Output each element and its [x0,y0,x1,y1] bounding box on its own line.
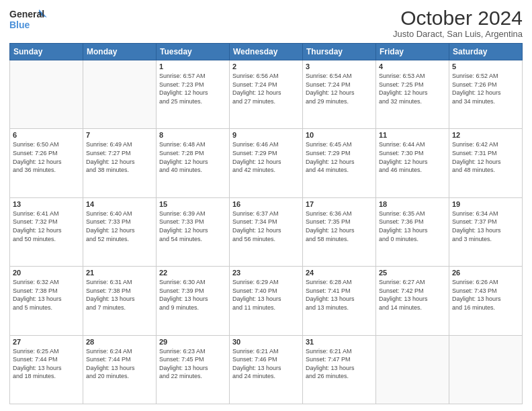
day-cell: 24Sunrise: 6:28 AM Sunset: 7:41 PM Dayli… [303,267,376,335]
calendar-header: Sunday Monday Tuesday Wednesday Thursday… [10,44,523,60]
day-info: Sunrise: 6:28 AM Sunset: 7:41 PM Dayligh… [306,278,373,312]
day-info: Sunrise: 6:39 AM Sunset: 7:33 PM Dayligh… [159,210,226,243]
day-cell: 29Sunrise: 6:23 AM Sunset: 7:45 PM Dayli… [157,335,230,404]
day-number: 23 [232,269,300,277]
week-row-2: 6Sunrise: 6:50 AM Sunset: 7:26 PM Daylig… [10,129,523,197]
day-info: Sunrise: 6:54 AM Sunset: 7:24 PM Dayligh… [306,72,373,105]
day-info: Sunrise: 6:21 AM Sunset: 7:47 PM Dayligh… [306,347,373,381]
day-cell: 23Sunrise: 6:29 AM Sunset: 7:40 PM Dayli… [230,267,303,335]
day-cell: 22Sunrise: 6:30 AM Sunset: 7:39 PM Dayli… [157,267,230,335]
week-row-5: 27Sunrise: 6:25 AM Sunset: 7:44 PM Dayli… [10,335,523,404]
day-cell: 18Sunrise: 6:35 AM Sunset: 7:36 PM Dayli… [376,197,449,266]
day-cell: 3Sunrise: 6:54 AM Sunset: 7:24 PM Daylig… [303,60,376,129]
day-number: 29 [159,338,226,346]
day-cell: 21Sunrise: 6:31 AM Sunset: 7:38 PM Dayli… [83,267,157,335]
day-info: Sunrise: 6:26 AM Sunset: 7:43 PM Dayligh… [452,278,519,312]
day-cell: 14Sunrise: 6:40 AM Sunset: 7:33 PM Dayli… [83,197,157,266]
day-info: Sunrise: 6:42 AM Sunset: 7:31 PM Dayligh… [452,140,519,174]
page: GeneralBlue October 2024 Justo Daract, S… [0,0,532,411]
col-monday: Monday [83,44,157,60]
day-number: 9 [232,131,300,139]
calendar-body: 1Sunrise: 6:57 AM Sunset: 7:23 PM Daylig… [10,60,523,404]
day-number: 15 [159,200,226,208]
day-number: 17 [306,200,373,208]
day-cell: 13Sunrise: 6:41 AM Sunset: 7:32 PM Dayli… [10,197,83,266]
main-title: October 2024 [393,7,523,29]
day-cell: 6Sunrise: 6:50 AM Sunset: 7:26 PM Daylig… [10,129,83,197]
day-number: 7 [86,131,153,139]
day-info: Sunrise: 6:36 AM Sunset: 7:35 PM Dayligh… [306,210,373,243]
day-number: 4 [379,62,446,71]
day-number: 16 [232,200,300,208]
day-number: 24 [306,269,373,277]
day-info: Sunrise: 6:53 AM Sunset: 7:25 PM Dayligh… [379,72,446,105]
day-cell: 26Sunrise: 6:26 AM Sunset: 7:43 PM Dayli… [449,267,523,335]
col-sunday: Sunday [10,44,83,60]
col-wednesday: Wednesday [230,44,303,60]
day-cell: 12Sunrise: 6:42 AM Sunset: 7:31 PM Dayli… [449,129,523,197]
day-cell: 17Sunrise: 6:36 AM Sunset: 7:35 PM Dayli… [303,197,376,266]
day-number: 31 [306,338,373,346]
day-cell [83,60,157,129]
day-cell: 8Sunrise: 6:48 AM Sunset: 7:28 PM Daylig… [157,129,230,197]
day-number: 13 [13,200,80,208]
day-info: Sunrise: 6:32 AM Sunset: 7:38 PM Dayligh… [13,278,80,312]
day-number: 27 [13,338,80,346]
svg-text:General: General [9,9,44,19]
day-number: 18 [379,200,446,208]
day-info: Sunrise: 6:41 AM Sunset: 7:32 PM Dayligh… [13,210,80,243]
day-number: 20 [13,269,80,277]
day-number: 28 [86,338,153,346]
day-number: 22 [159,269,226,277]
day-cell: 27Sunrise: 6:25 AM Sunset: 7:44 PM Dayli… [10,335,83,404]
day-number: 21 [86,269,153,277]
day-cell [376,335,449,404]
day-number: 10 [306,131,373,139]
day-info: Sunrise: 6:48 AM Sunset: 7:28 PM Dayligh… [159,140,226,174]
day-cell: 28Sunrise: 6:24 AM Sunset: 7:44 PM Dayli… [83,335,157,404]
day-number: 5 [452,62,519,71]
day-info: Sunrise: 6:45 AM Sunset: 7:29 PM Dayligh… [306,140,373,174]
day-info: Sunrise: 6:50 AM Sunset: 7:26 PM Dayligh… [13,140,80,174]
week-row-1: 1Sunrise: 6:57 AM Sunset: 7:23 PM Daylig… [10,60,523,129]
day-cell [10,60,83,129]
day-number: 11 [379,131,446,139]
day-cell: 25Sunrise: 6:27 AM Sunset: 7:42 PM Dayli… [376,267,449,335]
day-info: Sunrise: 6:29 AM Sunset: 7:40 PM Dayligh… [232,278,300,312]
day-number: 6 [13,131,80,139]
day-info: Sunrise: 6:37 AM Sunset: 7:34 PM Dayligh… [232,210,300,243]
header: GeneralBlue October 2024 Justo Daract, S… [9,7,523,39]
day-info: Sunrise: 6:31 AM Sunset: 7:38 PM Dayligh… [86,278,153,312]
day-cell: 4Sunrise: 6:53 AM Sunset: 7:25 PM Daylig… [376,60,449,129]
day-cell: 15Sunrise: 6:39 AM Sunset: 7:33 PM Dayli… [157,197,230,266]
day-cell: 1Sunrise: 6:57 AM Sunset: 7:23 PM Daylig… [157,60,230,129]
day-cell: 9Sunrise: 6:46 AM Sunset: 7:29 PM Daylig… [230,129,303,197]
day-number: 30 [232,338,300,346]
day-info: Sunrise: 6:25 AM Sunset: 7:44 PM Dayligh… [13,347,80,381]
day-cell: 10Sunrise: 6:45 AM Sunset: 7:29 PM Dayli… [303,129,376,197]
day-number: 2 [232,62,300,71]
day-info: Sunrise: 6:49 AM Sunset: 7:27 PM Dayligh… [86,140,153,174]
day-cell: 20Sunrise: 6:32 AM Sunset: 7:38 PM Dayli… [10,267,83,335]
day-info: Sunrise: 6:24 AM Sunset: 7:44 PM Dayligh… [86,347,153,381]
col-thursday: Thursday [303,44,376,60]
day-info: Sunrise: 6:56 AM Sunset: 7:24 PM Dayligh… [232,72,300,105]
day-number: 19 [452,200,519,208]
day-info: Sunrise: 6:30 AM Sunset: 7:39 PM Dayligh… [159,278,226,312]
day-number: 25 [379,269,446,277]
day-info: Sunrise: 6:57 AM Sunset: 7:23 PM Dayligh… [159,72,226,105]
day-number: 8 [159,131,226,139]
subtitle: Justo Daract, San Luis, Argentina [393,29,523,39]
week-row-4: 20Sunrise: 6:32 AM Sunset: 7:38 PM Dayli… [10,267,523,335]
day-info: Sunrise: 6:44 AM Sunset: 7:30 PM Dayligh… [379,140,446,174]
day-info: Sunrise: 6:34 AM Sunset: 7:37 PM Dayligh… [452,210,519,243]
day-cell: 7Sunrise: 6:49 AM Sunset: 7:27 PM Daylig… [83,129,157,197]
calendar: Sunday Monday Tuesday Wednesday Thursday… [9,43,523,404]
logo: GeneralBlue [9,7,50,31]
day-info: Sunrise: 6:46 AM Sunset: 7:29 PM Dayligh… [232,140,300,174]
week-row-3: 13Sunrise: 6:41 AM Sunset: 7:32 PM Dayli… [10,197,523,266]
day-cell: 5Sunrise: 6:52 AM Sunset: 7:26 PM Daylig… [449,60,523,129]
svg-text:Blue: Blue [9,19,30,30]
day-cell: 2Sunrise: 6:56 AM Sunset: 7:24 PM Daylig… [230,60,303,129]
day-cell [449,335,523,404]
